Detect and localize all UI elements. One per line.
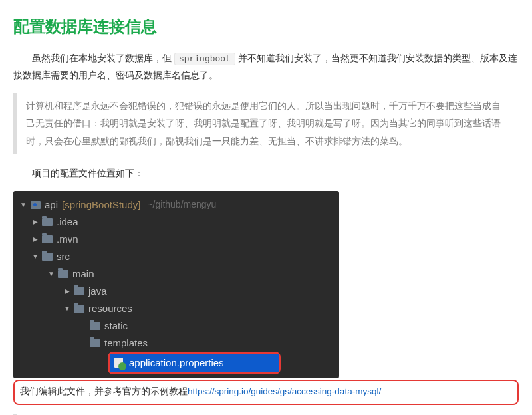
- chevron-right-icon: [31, 216, 40, 228]
- chevron-down-icon: [47, 268, 56, 280]
- folder-icon: [41, 216, 53, 228]
- root-project: [springBootStudy]: [62, 196, 140, 213]
- ide-project-tree: api [springBootStudy] ~/github/mengyu .i…: [13, 191, 339, 378]
- caption-highlight-box: 我们编辑此文件，并参考官方的示例教程https://spring.io/guid…: [13, 380, 519, 405]
- root-name: api: [45, 196, 58, 213]
- tree-row-main: main: [13, 265, 339, 283]
- tree-label: src: [57, 247, 70, 265]
- tree-row-resources: resources: [13, 300, 339, 317]
- section-heading: 配置数据库连接信息: [13, 12, 519, 41]
- tree-row-application-properties: application.properties: [110, 354, 279, 372]
- quote-text: 计算机和程序是永远不会犯错误的，犯错误的永远是使用它们的人。所以当出现问题时，千…: [26, 100, 501, 146]
- tree-row-templates: templates: [13, 335, 339, 352]
- text: 虽然我们在本地安装了数据库，但: [32, 53, 174, 63]
- folder-icon: [89, 320, 101, 332]
- folder-icon: [41, 251, 53, 263]
- chevron-right-icon: [63, 285, 72, 297]
- folder-icon: [41, 233, 53, 245]
- tree-label: .idea: [57, 213, 78, 231]
- paragraph-1: 虽然我们在本地安装了数据库，但 springboot 并不知道我们安装了，当然更…: [13, 50, 519, 84]
- selected-file-highlight: application.properties: [108, 352, 281, 374]
- tree-label: java: [88, 282, 107, 300]
- folder-icon: [73, 285, 85, 297]
- tree-label: resources: [88, 299, 132, 317]
- module-icon: [29, 199, 41, 211]
- tree-label: main: [72, 265, 94, 283]
- tree-label: .mvn: [57, 230, 78, 248]
- tutorial-link[interactable]: https://spring.io/guides/gs/accessing-da…: [188, 386, 381, 396]
- chevron-right-icon: [31, 233, 40, 245]
- tree-label: templates: [104, 334, 148, 352]
- tree-row-src: src: [13, 248, 339, 265]
- chevron-down-icon: [31, 251, 40, 263]
- tree-label: static: [104, 317, 128, 335]
- chevron-down-icon: [63, 303, 72, 315]
- inline-code-springboot: springboot: [174, 53, 235, 65]
- tree-row-java: java: [13, 283, 339, 300]
- chevron-down-icon: [19, 199, 28, 211]
- folder-icon: [89, 337, 101, 349]
- tree-row-mvn: .mvn: [13, 231, 339, 248]
- selected-file-label: application.properties: [129, 354, 224, 372]
- caption-text: 我们编辑此文件，并参考官方的示例教程: [20, 386, 188, 396]
- tree-root-row: api [springBootStudy] ~/github/mengyu: [13, 196, 339, 213]
- tree-row-static: static: [13, 317, 339, 335]
- tree-row-idea: .idea: [13, 213, 339, 231]
- folder-icon: [73, 303, 85, 315]
- properties-file-icon: [114, 357, 126, 369]
- blockquote-advice: 计算机和程序是永远不会犯错误的，犯错误的永远是使用它们的人。所以当出现问题时，千…: [13, 93, 519, 154]
- folder-icon: [57, 268, 69, 280]
- root-path: ~/github/mengyu: [147, 196, 216, 213]
- config-location-line: 项目的配置文件位置如下：: [13, 165, 519, 182]
